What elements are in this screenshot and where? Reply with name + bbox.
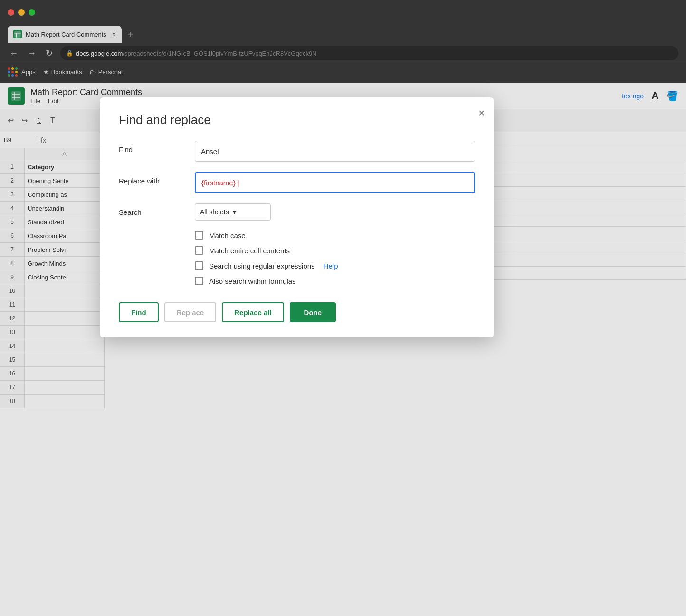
find-input[interactable] [195,141,475,162]
dialog-footer: Find Replace Replace all Done [119,302,475,322]
replace-row: Replace with [119,172,475,193]
dialog-close-button[interactable]: × [478,107,485,119]
checkbox-group: Match case Match entire cell contents Se… [195,231,475,285]
match-entire-row: Match entire cell contents [195,246,475,255]
search-label: Search [119,203,195,216]
dropdown-arrow: ▾ [233,208,236,216]
done-button[interactable]: Done [290,302,336,322]
search-dropdown[interactable]: All sheets ▾ [195,203,271,221]
help-link[interactable]: Help [324,262,338,270]
find-replace-dialog: Find and replace × Find Replace with Sea… [100,97,494,337]
match-entire-checkbox[interactable] [195,246,203,255]
match-entire-label: Match entire cell contents [209,247,290,255]
regex-row: Search using regular expressions Help [195,261,475,270]
formulas-row: Also search within formulas [195,277,475,285]
regex-label: Search using regular expressions [209,262,315,270]
find-label: Find [119,141,195,154]
regex-checkbox[interactable] [195,261,203,270]
match-case-checkbox[interactable] [195,231,203,240]
replace-label: Replace with [119,172,195,185]
search-row: Search All sheets ▾ [119,203,475,221]
find-row: Find [119,141,475,162]
match-case-label: Match case [209,231,246,240]
replace-input[interactable] [195,172,475,193]
formulas-checkbox[interactable] [195,277,203,285]
dialog-title: Find and replace [119,113,475,127]
replace-button[interactable]: Replace [164,302,217,322]
formulas-label: Also search within formulas [209,277,296,285]
match-case-row: Match case [195,231,475,240]
replace-all-button[interactable]: Replace all [222,302,284,322]
search-value: All sheets [200,208,229,216]
find-button[interactable]: Find [119,302,159,322]
